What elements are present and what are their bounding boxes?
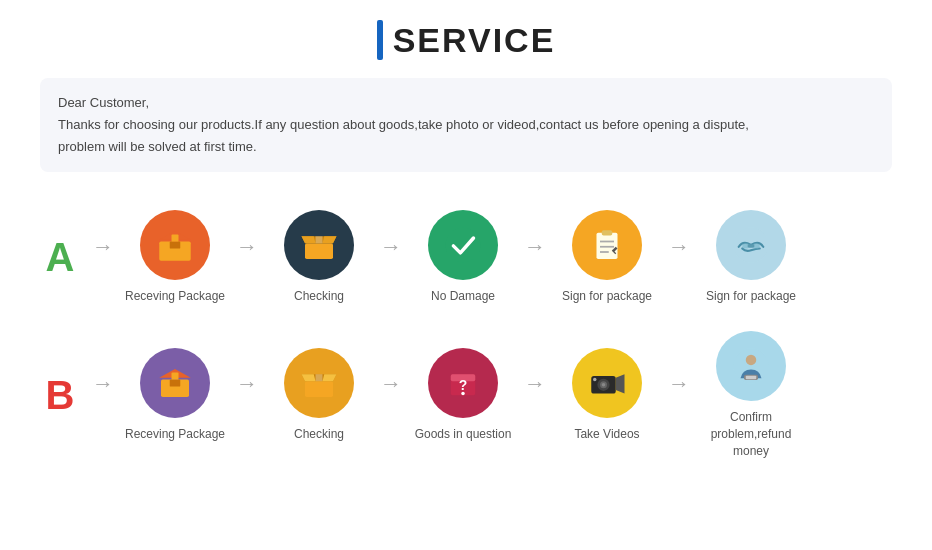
svg-point-26 — [461, 392, 465, 396]
step-b4: Take Videos — [552, 348, 662, 443]
svg-point-34 — [746, 355, 757, 366]
svg-rect-20 — [172, 372, 179, 379]
svg-text:?: ? — [459, 377, 468, 393]
step-b1-label: Receving Package — [125, 426, 225, 443]
arrow-a4: → — [668, 234, 690, 282]
step-a5-icon — [716, 210, 786, 280]
svg-point-6 — [446, 228, 481, 263]
row-a-label: A — [40, 235, 80, 280]
svg-rect-5 — [316, 237, 323, 244]
step-b5: Confirm problem,refund money — [696, 331, 806, 459]
svg-rect-4 — [305, 244, 333, 260]
svg-rect-16 — [748, 244, 755, 248]
arrow-b4: → — [668, 371, 690, 419]
step-a3: No Damage — [408, 210, 518, 305]
svg-point-32 — [593, 378, 597, 382]
step-a2: Checking — [264, 210, 374, 305]
arrow-b1: → — [236, 371, 258, 419]
svg-rect-3 — [172, 235, 179, 242]
step-b4-icon — [572, 348, 642, 418]
step-b3: ? Goods in question — [408, 348, 518, 443]
arrow-b3: → — [524, 371, 546, 419]
page-title: SERVICE — [393, 21, 556, 60]
notice-line1: Dear Customer, — [58, 92, 874, 114]
svg-rect-19 — [170, 379, 181, 386]
step-a5: Sign for package — [696, 210, 806, 305]
step-b2: Checking — [264, 348, 374, 443]
step-b4-label: Take Videos — [574, 426, 639, 443]
svg-rect-8 — [602, 230, 613, 235]
arrow-a3: → — [524, 234, 546, 282]
arrow-a0: → — [92, 234, 114, 282]
svg-rect-2 — [170, 242, 181, 249]
flow-section: A → Receving Package → — [40, 200, 892, 465]
arrow-b0: → — [92, 371, 114, 419]
flow-row-b: B → Receving Package → — [40, 321, 892, 465]
step-a4: Sign for package — [552, 210, 662, 305]
step-b5-icon — [716, 331, 786, 401]
arrow-a2: → — [380, 234, 402, 282]
step-b3-label: Goods in question — [415, 426, 512, 443]
svg-rect-36 — [746, 376, 757, 380]
step-b1-icon — [140, 348, 210, 418]
step-a1-label: Receving Package — [125, 288, 225, 305]
notice-line3: problem will be solved at first time. — [58, 136, 874, 158]
step-a4-icon — [572, 210, 642, 280]
notice-line2: Thanks for choosing our products.If any … — [58, 114, 874, 136]
step-a4-label: Sign for package — [562, 288, 652, 305]
svg-marker-31 — [616, 374, 625, 393]
step-a1: Receving Package — [120, 210, 230, 305]
step-b2-icon — [284, 348, 354, 418]
step-a2-icon — [284, 210, 354, 280]
step-b2-label: Checking — [294, 426, 344, 443]
step-b1: Receving Package — [120, 348, 230, 443]
row-b-label: B — [40, 373, 80, 418]
step-b5-label: Confirm problem,refund money — [696, 409, 806, 459]
step-a5-label: Sign for package — [706, 288, 796, 305]
page-title-area: SERVICE — [377, 20, 556, 60]
flow-row-a: A → Receving Package → — [40, 200, 892, 311]
svg-point-30 — [602, 383, 606, 387]
svg-rect-22 — [316, 374, 323, 381]
arrow-b2: → — [380, 371, 402, 419]
step-a3-icon — [428, 210, 498, 280]
title-accent-bar — [377, 20, 383, 60]
svg-rect-21 — [305, 381, 333, 397]
notice-box: Dear Customer, Thanks for choosing our p… — [40, 78, 892, 172]
step-b3-icon: ? — [428, 348, 498, 418]
step-a1-icon — [140, 210, 210, 280]
arrow-a1: → — [236, 234, 258, 282]
step-a2-label: Checking — [294, 288, 344, 305]
step-a3-label: No Damage — [431, 288, 495, 305]
